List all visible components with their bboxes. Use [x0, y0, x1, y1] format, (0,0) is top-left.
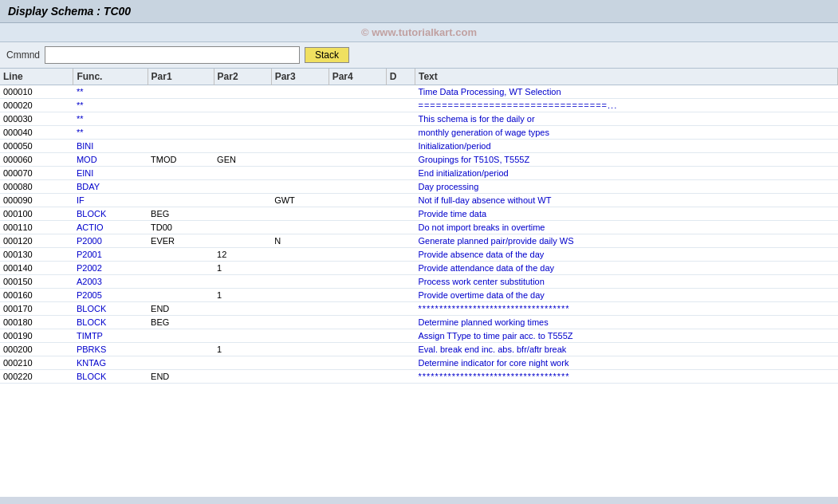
cell-line: 000140	[0, 262, 73, 275]
cell-line: 000200	[0, 343, 73, 356]
col-header-d: D	[386, 69, 415, 85]
table-row[interactable]: 000070 EINI End initialization/period	[0, 167, 838, 180]
cell-line: 000020	[0, 99, 73, 112]
cell-line: 000040	[0, 126, 73, 140]
cell-func: MOD	[73, 153, 148, 167]
cell-par4	[329, 289, 386, 302]
cell-par3	[271, 275, 329, 289]
table-row[interactable]: 000190 TIMTP Assign TType to time pair a…	[0, 329, 838, 343]
cell-func: EINI	[73, 167, 148, 180]
cell-line: 000080	[0, 180, 73, 194]
cell-par2	[214, 234, 271, 248]
cell-func: BLOCK	[73, 316, 148, 329]
cell-text: Eval. break end inc. abs. bfr/aftr break	[415, 343, 837, 356]
table-row[interactable]: 000030 ** This schema is for the daily o…	[0, 112, 838, 126]
table-row[interactable]: 000040 ** monthly generation of wage typ…	[0, 126, 838, 140]
cell-text: Do not import breaks in overtime	[415, 221, 837, 234]
cell-par2	[214, 356, 271, 370]
cell-par3: GWT	[271, 194, 329, 207]
cell-d	[386, 99, 415, 112]
cell-text: Generate planned pair/provide daily WS	[415, 234, 837, 248]
cell-line: 000180	[0, 316, 73, 329]
table-row[interactable]: 000080 BDAY Day processing	[0, 180, 838, 194]
cell-par3	[271, 262, 329, 275]
cell-par3	[271, 112, 329, 126]
table-row[interactable]: 000160 P2005 1 Provide overtime data of …	[0, 289, 838, 302]
cell-text: Process work center substitution	[415, 275, 837, 289]
table-row[interactable]: 000140 P2002 1 Provide attendance data o…	[0, 262, 838, 275]
cell-d	[386, 262, 415, 275]
cell-text: Provide time data	[415, 207, 837, 221]
cell-par2	[214, 302, 271, 316]
cell-func: PBRKS	[73, 343, 148, 356]
stack-button[interactable]: Stack	[305, 47, 349, 63]
cell-text: End initialization/period	[415, 167, 837, 180]
cell-par4	[329, 167, 386, 180]
cell-text: ************************************	[415, 302, 837, 316]
cell-text: Determine indicator for core night work	[415, 356, 837, 370]
cell-par3	[271, 85, 329, 99]
table-row[interactable]: 000150 A2003 Process work center substit…	[0, 275, 838, 289]
cell-par4	[329, 370, 386, 384]
table-row[interactable]: 000220 BLOCK END ***********************…	[0, 370, 838, 384]
cell-d	[386, 85, 415, 99]
cell-func: P2000	[73, 234, 148, 248]
cell-par2: 1	[214, 343, 271, 356]
cell-par2: GEN	[214, 153, 271, 167]
cell-func: BINI	[73, 140, 148, 153]
cell-d	[386, 289, 415, 302]
cell-par1: BEG	[148, 207, 214, 221]
table-row[interactable]: 000090 IF GWT Not if full-day absence wi…	[0, 194, 838, 207]
table-row[interactable]: 000110 ACTIO TD00 Do not import breaks i…	[0, 221, 838, 234]
table-row[interactable]: 000010 ** Time Data Processing, WT Selec…	[0, 85, 838, 99]
cell-d	[386, 370, 415, 384]
cell-par2	[214, 329, 271, 343]
cell-d	[386, 356, 415, 370]
cell-text: Provide absence data of the day	[415, 248, 837, 262]
cell-func: KNTAG	[73, 356, 148, 370]
cell-d	[386, 194, 415, 207]
cell-text: Time Data Processing, WT Selection	[415, 85, 837, 99]
toolbar: Cmmnd Stack	[0, 42, 838, 69]
table-row[interactable]: 000060 MOD TMOD GEN Groupings for T510S,…	[0, 153, 838, 167]
schema-table: Line Func. Par1 Par2 Par3 Par4 D Text 00…	[0, 69, 838, 384]
col-header-func: Func.	[73, 69, 148, 85]
cell-text: Provide overtime data of the day	[415, 289, 837, 302]
table-row[interactable]: 000200 PBRKS 1 Eval. break end inc. abs.…	[0, 343, 838, 356]
page-title: Display Schema : TC00	[8, 5, 131, 18]
cell-par4	[329, 302, 386, 316]
cell-par1	[148, 85, 214, 99]
cell-par2	[214, 370, 271, 384]
table-row[interactable]: 000170 BLOCK END ***********************…	[0, 302, 838, 316]
table-row[interactable]: 000210 KNTAG Determine indicator for cor…	[0, 356, 838, 370]
table-row[interactable]: 000120 P2000 EVER N Generate planned pai…	[0, 234, 838, 248]
command-input[interactable]	[45, 46, 300, 64]
cell-func: **	[73, 126, 148, 140]
cell-d	[386, 180, 415, 194]
cell-d	[386, 316, 415, 329]
cell-par1	[148, 140, 214, 153]
cell-text: Groupings for T510S, T555Z	[415, 153, 837, 167]
cell-par3	[271, 248, 329, 262]
cell-par4	[329, 207, 386, 221]
cell-par1	[148, 126, 214, 140]
table-row[interactable]: 000100 BLOCK BEG Provide time data	[0, 207, 838, 221]
cell-par4	[329, 180, 386, 194]
cell-par3	[271, 343, 329, 356]
cell-par4	[329, 356, 386, 370]
cell-par4	[329, 153, 386, 167]
table-row[interactable]: 000130 P2001 12 Provide absence data of …	[0, 248, 838, 262]
cell-par2	[214, 112, 271, 126]
cell-par1	[148, 289, 214, 302]
cell-par4	[329, 194, 386, 207]
cell-par4	[329, 329, 386, 343]
table-row[interactable]: 000050 BINI Initialization/period	[0, 140, 838, 153]
cell-line: 000130	[0, 248, 73, 262]
cell-par1	[148, 180, 214, 194]
cell-d	[386, 234, 415, 248]
table-row[interactable]: 000180 BLOCK BEG Determine planned worki…	[0, 316, 838, 329]
cell-text: Provide attendance data of the day	[415, 262, 837, 275]
cell-text: Not if full-day absence without WT	[415, 194, 837, 207]
table-row[interactable]: 000020 ** ==============================…	[0, 99, 838, 112]
cell-par2	[214, 126, 271, 140]
